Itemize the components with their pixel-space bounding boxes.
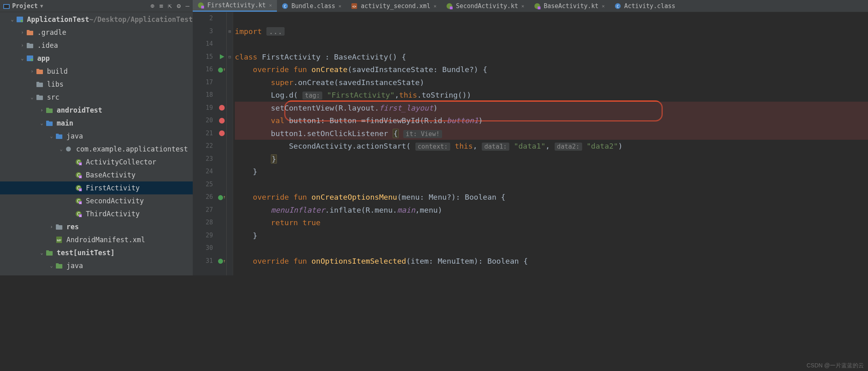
tree-chevron-icon[interactable]: ⌄ (10, 17, 15, 22)
tree-chevron-icon[interactable]: ⌄ (39, 250, 45, 256)
tab-close-icon[interactable]: ✕ (338, 3, 341, 9)
fold-mark[interactable] (227, 140, 233, 153)
line-number[interactable]: 16 (193, 63, 217, 76)
fold-mark[interactable] (227, 12, 233, 25)
code-line[interactable]: override fun onOptionsItemSelected(item:… (235, 255, 868, 268)
line-number[interactable]: 15 (193, 51, 217, 64)
fold-mark[interactable] (227, 242, 233, 255)
fold-mark[interactable] (227, 165, 233, 178)
gutter-markers[interactable]: ⬤↑⬤↑⬤↑ (217, 12, 227, 275)
line-number[interactable]: 23 (193, 153, 217, 166)
gutter-marker[interactable] (217, 165, 226, 178)
gutter-marker[interactable] (217, 242, 226, 255)
fold-mark[interactable] (227, 178, 233, 191)
tree-item[interactable]: CKThirdActivity (0, 207, 193, 220)
line-number[interactable]: 27 (193, 204, 217, 217)
editor-tab[interactable]: SecondActivity.kt✕ (441, 0, 529, 12)
gutter-marker[interactable]: ⬤↑ (217, 255, 226, 268)
tree-chevron-icon[interactable]: ⌄ (19, 55, 25, 61)
tree-chevron-icon[interactable]: ⌄ (49, 133, 54, 139)
tree-item[interactable]: libs (0, 78, 193, 91)
gutter-marker[interactable] (217, 229, 226, 242)
fold-mark[interactable] (227, 89, 233, 102)
tree-chevron-icon[interactable]: ⌄ (49, 263, 54, 269)
code-line[interactable]: super.onCreate(savedInstanceState) (235, 76, 868, 89)
gutter-marker[interactable]: ⬤↑ (217, 191, 226, 204)
code-line[interactable]: import ... (235, 25, 868, 38)
fold-bar[interactable]: ⊞⊟ (227, 12, 233, 275)
select-opened-icon[interactable]: ⊕ (151, 2, 155, 10)
fold-mark[interactable] (227, 153, 233, 166)
run-gutter-icon[interactable] (219, 54, 225, 60)
editor-tab[interactable]: <>activity_second.xml✕ (346, 0, 441, 12)
fold-mark[interactable] (227, 127, 233, 140)
tree-item[interactable]: ›.idea (0, 39, 193, 52)
tree-item[interactable]: ›.gradle (0, 26, 193, 39)
breakpoint-icon[interactable] (219, 130, 225, 136)
tree-item[interactable]: CKFirstActivity (0, 181, 193, 194)
code-line[interactable]: override fun onCreateOptionsMenu(menu: M… (235, 191, 868, 204)
breakpoint-icon[interactable] (219, 118, 225, 124)
line-number[interactable]: 18 (193, 89, 217, 102)
gutter-marker[interactable] (217, 140, 226, 153)
code-line[interactable]: } (235, 153, 868, 166)
code-line[interactable]: menuInflater.inflate(R.menu.main,menu) (235, 204, 868, 217)
tree-item[interactable]: ›build (0, 65, 193, 78)
tab-close-icon[interactable]: ✕ (269, 2, 272, 8)
tree-chevron-icon[interactable]: › (29, 68, 35, 74)
line-number[interactable]: 2 (193, 12, 217, 25)
tree-item[interactable]: ⌄ApplicationTest ~/Desktop/ApplicationTe… (0, 13, 193, 26)
fold-mark[interactable] (227, 255, 233, 268)
tree-chevron-icon[interactable]: ⌄ (39, 120, 45, 126)
tree-item[interactable]: ⌄main (0, 117, 193, 130)
tree-chevron-icon[interactable]: › (19, 43, 25, 48)
code-line[interactable]: return true (235, 216, 868, 229)
tree-item[interactable]: ⌄test [unitTest] (0, 246, 193, 259)
gutter-marker[interactable] (217, 38, 226, 51)
tree-item[interactable]: ›androidTest (0, 104, 193, 117)
code-line[interactable] (235, 242, 868, 255)
fold-mark[interactable] (227, 191, 233, 204)
hide-icon[interactable]: — (185, 2, 189, 10)
fold-mark[interactable] (227, 102, 233, 115)
line-number[interactable]: 17 (193, 76, 217, 89)
fold-mark[interactable] (227, 76, 233, 89)
line-number[interactable]: 28 (193, 216, 217, 229)
tree-item[interactable]: ›res (0, 220, 193, 233)
tab-close-icon[interactable]: ✕ (521, 3, 524, 9)
fold-mark[interactable] (227, 229, 233, 242)
fold-mark[interactable] (227, 114, 233, 127)
fold-mark[interactable]: ⊞ (227, 25, 233, 38)
code-line[interactable] (235, 38, 868, 51)
fold-mark[interactable] (227, 38, 233, 51)
tree-item[interactable]: ⌄src (0, 91, 193, 104)
line-number[interactable]: 14 (193, 38, 217, 51)
settings-icon[interactable]: ⚙ (177, 2, 181, 10)
line-number[interactable]: 29 (193, 229, 217, 242)
tree-chevron-icon[interactable]: › (19, 30, 25, 35)
tree-item[interactable]: CKBaseActivity (0, 168, 193, 181)
tree-chevron-icon[interactable]: ⌄ (58, 146, 64, 152)
code-line[interactable]: } (235, 229, 868, 242)
tree-item[interactable]: CKActivityCollector (0, 156, 193, 168)
code-line[interactable]: override fun onCreate(savedInstanceState… (235, 63, 868, 76)
fold-mark[interactable] (227, 63, 233, 76)
gutter-marker[interactable] (217, 25, 226, 38)
fold-mark[interactable]: ⊟ (227, 51, 233, 64)
fold-mark[interactable] (227, 216, 233, 229)
tree-item[interactable]: MFAndroidManifest.xml (0, 233, 193, 246)
tree-item[interactable]: ⌄com.example.applicationtest (0, 143, 193, 156)
gutter-marker[interactable] (217, 12, 226, 25)
editor-tab[interactable]: CBundle.class✕ (277, 0, 347, 12)
code-line[interactable]: class FirstActivity : BaseActivity() { (235, 51, 868, 64)
tree-chevron-icon[interactable]: › (39, 107, 45, 113)
tree-chevron-icon[interactable]: › (49, 224, 54, 230)
gutter-marker[interactable] (217, 76, 226, 89)
line-number-gutter[interactable]: 23141516171819202122232425262728293031 (193, 12, 217, 275)
tree-item[interactable]: ⌄java (0, 259, 193, 272)
line-number[interactable]: 22 (193, 140, 217, 153)
gutter-marker[interactable] (217, 216, 226, 229)
line-number[interactable]: 30 (193, 242, 217, 255)
tree-item[interactable]: ›com.example.applicationtest (0, 272, 193, 275)
editor-tab[interactable]: CActivity.class (610, 0, 680, 12)
